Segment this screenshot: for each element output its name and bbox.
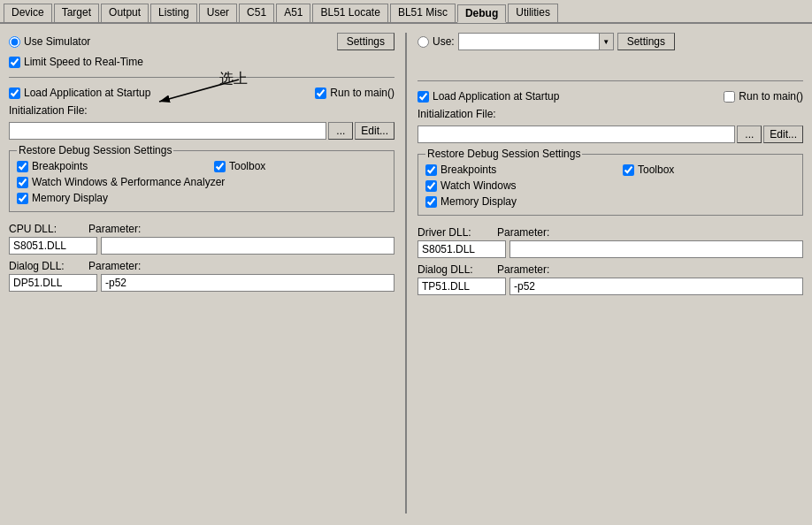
- tab-utilities[interactable]: Utilities: [508, 4, 558, 22]
- right-panel: Use: ▼ Settings Load Application at Star…: [417, 33, 803, 514]
- left-settings-button[interactable]: Settings: [337, 33, 395, 50]
- left-restore-group-title: Restore Debug Session Settings: [17, 144, 173, 156]
- left-load-app-label[interactable]: Load Application at Startup: [9, 87, 150, 99]
- right-dialog-dll-labels: Dialog DLL: Parameter:: [417, 263, 803, 276]
- right-dll-section: Driver DLL: Parameter: Dialog DLL: Param…: [417, 226, 803, 301]
- left-dialog-dll-labels: Dialog DLL: Parameter:: [9, 260, 395, 272]
- left-init-file-row: ... Edit...: [9, 122, 395, 140]
- use-simulator-label: Use Simulator: [24, 35, 90, 48]
- right-driver-dll-label: Driver DLL:: [417, 226, 488, 239]
- right-use-dropdown: ▼: [458, 33, 614, 50]
- right-memory-display-checkbox[interactable]: [425, 196, 437, 208]
- right-breakpoints-label[interactable]: Breakpoints: [425, 164, 496, 176]
- left-breakpoints-label[interactable]: Breakpoints: [17, 160, 88, 172]
- left-toolbox-checkbox[interactable]: [214, 161, 226, 172]
- right-driver-dll-input[interactable]: [417, 240, 506, 258]
- left-memory-display-label[interactable]: Memory Display: [17, 192, 108, 204]
- panel-divider: [405, 33, 407, 514]
- limit-speed-checkbox-label[interactable]: Limit Speed to Real-Time: [9, 56, 143, 68]
- right-dialog-param-label: Parameter:: [497, 263, 549, 276]
- right-use-dropdown-btn[interactable]: ▼: [600, 33, 614, 50]
- left-dll-section: CPU DLL: Parameter: Dialog DLL: Paramete…: [9, 223, 395, 297]
- tab-debug[interactable]: Debug: [457, 4, 506, 23]
- right-toolbox-label[interactable]: Toolbox: [623, 164, 674, 176]
- left-cpu-dll-input[interactable]: [9, 237, 97, 255]
- right-watch-windows-checkbox[interactable]: [425, 180, 437, 192]
- use-simulator-radio-label[interactable]: Use Simulator: [9, 35, 90, 48]
- right-driver-dll-labels: Driver DLL: Parameter:: [417, 226, 803, 239]
- right-driver-param-label: Parameter:: [497, 226, 549, 239]
- left-watch-windows-label[interactable]: Watch Windows & Performance Analyzer: [17, 176, 225, 188]
- right-load-app-row: Load Application at Startup Run to main(…: [417, 90, 803, 103]
- right-init-file-row: ... Edit...: [417, 126, 803, 143]
- left-dialog-dll-input[interactable]: [9, 274, 97, 292]
- left-cpu-param-label: Parameter:: [88, 223, 141, 235]
- tab-user[interactable]: User: [199, 4, 237, 22]
- left-run-to-main-checkbox[interactable]: [315, 88, 326, 99]
- left-cpu-dll-label: CPU DLL:: [9, 223, 80, 235]
- left-cpu-dll-fields: [9, 237, 395, 255]
- use-simulator-radio[interactable]: [9, 36, 20, 48]
- tab-listing[interactable]: Listing: [150, 4, 197, 22]
- left-toolbox-label[interactable]: Toolbox: [214, 160, 265, 172]
- right-dialog-dll-label: Dialog DLL:: [417, 263, 488, 276]
- right-browse-button[interactable]: ...: [737, 126, 762, 143]
- left-init-file-label: Initialization File:: [9, 104, 395, 117]
- right-dialog-param-input[interactable]: [509, 278, 803, 295]
- left-breakpoints-row: Breakpoints Toolbox: [17, 160, 387, 172]
- left-dialog-param-input[interactable]: [101, 274, 395, 292]
- left-dialog-dll-label: Dialog DLL:: [9, 260, 80, 272]
- right-dialog-dll-fields: [417, 278, 803, 295]
- left-load-app-checkbox[interactable]: [9, 88, 20, 99]
- right-memory-display-label[interactable]: Memory Display: [425, 195, 517, 208]
- right-restore-group: Restore Debug Session Settings Breakpoin…: [417, 154, 803, 216]
- limit-speed-checkbox[interactable]: [9, 57, 20, 68]
- right-use-label: Use:: [433, 35, 455, 48]
- right-toolbox-checkbox[interactable]: [623, 164, 634, 176]
- tab-device[interactable]: Device: [4, 4, 52, 22]
- left-watch-windows-checkbox[interactable]: [17, 177, 28, 188]
- right-settings-button[interactable]: Settings: [617, 33, 675, 50]
- left-browse-button[interactable]: ...: [328, 122, 353, 140]
- right-driver-dll-fields: [417, 240, 803, 258]
- left-run-to-main-label[interactable]: Run to main(): [315, 87, 395, 99]
- limit-speed-label: Limit Speed to Real-Time: [24, 56, 143, 68]
- left-memory-display-checkbox[interactable]: [17, 193, 28, 204]
- tab-bl51-misc[interactable]: BL51 Misc: [390, 4, 456, 22]
- left-restore-group: Restore Debug Session Settings Breakpoin…: [9, 150, 395, 212]
- right-memory-display-row: Memory Display: [425, 195, 795, 208]
- right-restore-group-title: Restore Debug Session Settings: [425, 148, 582, 160]
- left-cpu-param-input[interactable]: [101, 237, 395, 255]
- tab-c51[interactable]: C51: [239, 4, 274, 22]
- right-spacer: [417, 56, 803, 72]
- right-run-to-main-label[interactable]: Run to main(): [724, 90, 803, 103]
- left-watch-windows-row: Watch Windows & Performance Analyzer: [17, 176, 387, 188]
- left-dialog-param-label: Parameter:: [88, 260, 141, 272]
- right-breakpoints-checkbox[interactable]: [425, 164, 437, 176]
- left-breakpoints-checkbox[interactable]: [17, 161, 28, 172]
- right-driver-param-input[interactable]: [509, 240, 803, 258]
- limit-speed-row: Limit Speed to Real-Time: [9, 56, 395, 68]
- right-edit-button[interactable]: Edit...: [763, 126, 803, 143]
- left-edit-button[interactable]: Edit...: [355, 122, 395, 140]
- left-init-file-input[interactable]: [9, 122, 326, 140]
- left-cpu-dll-labels: CPU DLL: Parameter:: [9, 223, 395, 235]
- right-watch-windows-label[interactable]: Watch Windows: [425, 179, 517, 192]
- tab-bl51-locate[interactable]: BL51 Locate: [312, 4, 387, 22]
- right-load-app-label[interactable]: Load Application at Startup: [417, 90, 559, 103]
- use-simulator-row: Use Simulator Settings: [9, 33, 395, 50]
- left-memory-display-row: Memory Display: [17, 192, 387, 204]
- right-init-file-label: Initialization File:: [417, 108, 803, 120]
- tab-a51[interactable]: A51: [276, 4, 310, 22]
- tab-output[interactable]: Output: [101, 4, 149, 22]
- right-init-file-input[interactable]: [417, 126, 735, 143]
- tab-target[interactable]: Target: [54, 4, 99, 22]
- right-use-input[interactable]: [458, 33, 600, 50]
- right-dialog-dll-input[interactable]: [417, 278, 506, 295]
- left-panel: Use Simulator Settings Limit Speed to Re…: [9, 33, 395, 514]
- right-use-radio-label[interactable]: Use:: [417, 35, 455, 48]
- right-run-to-main-checkbox[interactable]: [724, 91, 735, 103]
- right-load-app-checkbox[interactable]: [417, 91, 429, 103]
- right-use-row: Use: ▼ Settings: [417, 33, 803, 50]
- right-use-radio[interactable]: [417, 36, 429, 48]
